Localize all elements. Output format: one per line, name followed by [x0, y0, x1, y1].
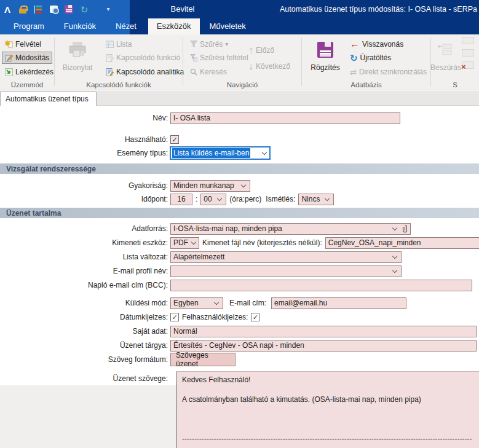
chevron-down-icon — [241, 182, 246, 187]
sajat-adat-label: Saját adat: — [0, 327, 170, 336]
quick-access-toolbar: Λ ↻ ▾ — [2, 2, 113, 16]
naplo-email-input[interactable] — [170, 280, 472, 291]
clipped-row-buttons: × — [458, 71, 479, 74]
chevron-down-icon — [392, 267, 397, 272]
fajlnev-input[interactable]: CegNev_OSA_napi_minden — [325, 237, 479, 249]
chevron-down-icon — [191, 239, 196, 244]
email-profil-combobox[interactable] — [170, 265, 402, 277]
hasznalhato-checkbox[interactable]: ✓ — [170, 135, 179, 144]
lista-valtozat-combobox[interactable]: Alapértelmezett — [170, 251, 402, 263]
esemeny-tipus-combobox[interactable]: Lista küldés e-mail-ben — [170, 147, 270, 159]
hierarchy-icon[interactable] — [33, 4, 43, 14]
chevron-down-icon — [214, 299, 219, 304]
lekerdezes-button[interactable]: Lekérdezés — [2, 66, 56, 78]
list-icon — [106, 41, 114, 48]
check-icon: ✓ — [253, 314, 258, 321]
ribbon: Felvétel Módosítás Lekérdezés Üzemmód Bi… — [0, 34, 479, 90]
document-tab-strip: Automatikus üzenet típus — [0, 91, 479, 106]
kapcsolodo-analitika-button[interactable]: Kapcsolódó analitika — [103, 66, 186, 78]
lista-button: Lista — [103, 38, 134, 50]
chevron-down-icon — [392, 225, 397, 230]
hasznalhato-label: Használható: — [0, 135, 170, 144]
szures-dropdown-caret-icon: ▾ — [225, 41, 228, 47]
app-logo-icon: Λ — [2, 4, 12, 14]
felvetel-button[interactable]: Felvétel — [2, 38, 44, 50]
save-quick-icon[interactable] — [64, 4, 74, 14]
related-function-icon — [106, 54, 114, 62]
tab-funkciok[interactable]: Funkciók — [54, 18, 106, 34]
kimeneti-eszkoz-label: Kimeneti eszköz: — [0, 238, 170, 247]
section-header-vizsgalat: Vizsgálat rendszeressége — [0, 163, 479, 174]
datumkijelzes-label: Dátumkijelzes: — [0, 313, 170, 321]
form-gutter — [0, 385, 176, 448]
adatforras-label: Adatforrás: — [0, 224, 170, 233]
kimeneti-eszkoz-combobox[interactable]: PDF — [170, 237, 199, 249]
bizonylat-button: Bizonylat — [58, 37, 97, 81]
kuldesi-mod-label: Küldési mód: — [0, 299, 170, 307]
naplo-email-label: Napló e-mail cím (BCC): — [0, 281, 170, 289]
modositas-button[interactable]: Módosítás — [2, 52, 52, 64]
group-label-uzemmod: Üzemmód — [0, 81, 54, 88]
nev-input[interactable]: I- OSA lista — [170, 112, 400, 124]
elozo-button: ↑ Előző — [246, 44, 277, 57]
idopont-separator: : — [192, 195, 200, 203]
uzenet-szovege-label: Üzenet szövege: — [0, 374, 170, 383]
felhasznalokijelzes-checkbox[interactable]: ✓ — [251, 313, 259, 321]
kovetkezo-button: ↓ Következő — [246, 60, 293, 73]
kuldesi-mod-combobox[interactable]: Egyben — [170, 297, 223, 309]
uzenet-targya-input[interactable]: Értesítés - CegNev - OSA napi - minden — [170, 340, 477, 352]
uzenet-targya-label: Üzenet tárgya: — [0, 341, 170, 350]
group-label-navigacio: Navigáció — [183, 81, 301, 88]
tab-program[interactable]: Program — [4, 18, 54, 34]
printer-icon — [68, 41, 87, 59]
gyakorisag-combobox[interactable]: Minden munkanap — [170, 180, 250, 192]
document-tab[interactable]: Automatikus üzenet típus — [0, 92, 97, 106]
edit-pencil-icon — [5, 54, 13, 62]
idopont-ora-input[interactable]: 16 — [170, 194, 192, 205]
tab-eszkozok[interactable]: Eszközök — [148, 18, 200, 34]
group-label-adatbazis: Adatbázis — [302, 81, 430, 88]
szoveg-formatum-button[interactable]: Szöveges üzenet — [170, 353, 236, 366]
uzenet-szovege-textarea[interactable]: Kedves Felhasználó! A csatolmányban talá… — [176, 371, 479, 448]
idopont-perc-combobox[interactable]: 00 — [200, 194, 226, 205]
check-icon: ✓ — [172, 314, 177, 321]
idopont-suffix-label: (óra:perc) — [226, 195, 264, 203]
beszuras-button: Beszúrás — [432, 37, 460, 81]
email-cim-label: E-mail cím: — [223, 299, 271, 307]
ismetles-combobox[interactable]: Nincs — [298, 194, 334, 205]
ribbon-category-label: Bevitel — [130, 4, 236, 14]
szuresi-feltetel-button: Szűrési feltétel — [188, 52, 251, 64]
related-analytics-icon — [106, 68, 114, 76]
check-icon: ✓ — [172, 136, 177, 143]
lock-icon[interactable] — [18, 4, 28, 14]
section-header-uzenet: Üzenet tartalma — [0, 208, 479, 218]
email-cim-input[interactable]: email@email.hu — [271, 297, 406, 309]
szoveg-formatum-label: Szöveg formátum: — [0, 355, 170, 364]
ujratoltes-button[interactable]: ↻ Újratöltés — [347, 52, 394, 64]
tab-nezet[interactable]: Nézet — [106, 18, 146, 34]
chevron-down-icon — [325, 195, 330, 200]
next-down-arrow-icon: ↓ — [248, 61, 253, 71]
window-icon[interactable] — [49, 4, 58, 14]
qat-customize-caret-icon[interactable]: ▾ — [103, 4, 113, 14]
filter-settings-icon — [190, 54, 197, 61]
datumkijelzes-checkbox[interactable]: ✓ — [170, 313, 179, 321]
adatforras-combobox[interactable]: I-OSA-lista-mai nap, minden pipa — [170, 223, 411, 235]
title-bar: Λ ↻ ▾ Bevitel Automatikus üzenet típus m… — [0, 0, 479, 34]
rogzites-button[interactable]: Rögzítés — [306, 37, 344, 81]
paperclip-icon[interactable] — [402, 224, 408, 233]
refresh-quick-icon[interactable]: ↻ — [79, 4, 89, 14]
sync-icon: ⇄ — [350, 68, 357, 76]
tab-muveletek[interactable]: Műveletek — [200, 18, 256, 34]
clipped-button-icon — [462, 49, 474, 57]
reload-refresh-icon: ↻ — [350, 53, 358, 63]
visszavonas-button[interactable]: ← Visszavonás — [347, 38, 406, 50]
sajat-adat-input[interactable]: Normál — [170, 326, 477, 337]
new-record-icon — [5, 41, 13, 49]
chevron-down-icon — [262, 149, 267, 154]
nev-label: Név: — [0, 114, 170, 122]
query-arrow-icon — [5, 68, 13, 76]
chevron-down-icon — [392, 253, 397, 258]
idopont-label: Időpont: — [0, 195, 170, 203]
undo-arrow-icon: ← — [350, 39, 360, 49]
